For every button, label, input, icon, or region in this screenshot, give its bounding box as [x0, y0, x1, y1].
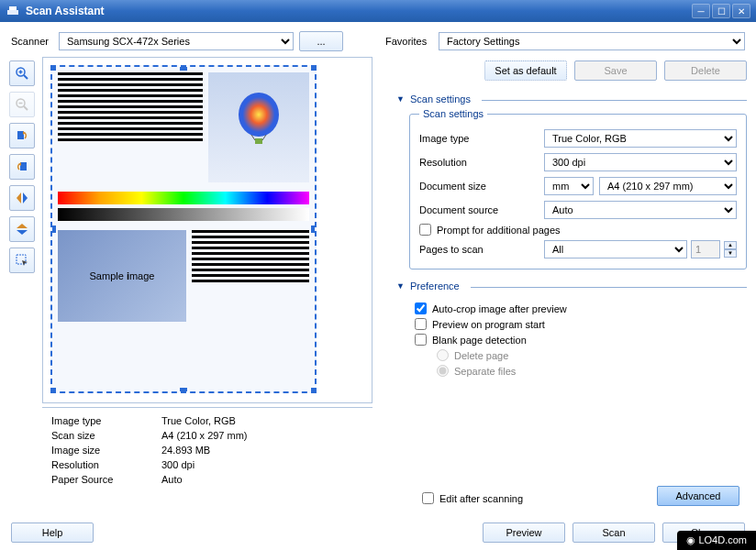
crop-handle[interactable]: [50, 226, 56, 233]
svg-point-20: [239, 93, 279, 137]
rotate-left-button[interactable]: [9, 123, 35, 148]
delete-page-label: Delete page: [454, 350, 508, 361]
tool-palette: [9, 57, 42, 508]
zoom-out-button[interactable]: [9, 92, 35, 117]
document-source-label: Document source: [419, 204, 539, 215]
svg-rect-1: [7, 10, 18, 15]
svg-rect-21: [255, 138, 262, 144]
scanner-select[interactable]: Samsung SCX-472x Series: [59, 32, 294, 50]
preview-button[interactable]: Preview: [483, 522, 565, 543]
scan-button[interactable]: Scan: [573, 522, 655, 543]
scan-settings-header: Scan settings: [410, 94, 471, 104]
crop-handle[interactable]: [311, 388, 317, 393]
selection-tool-button[interactable]: [9, 248, 35, 273]
info-resolution-value: 300 dpi: [161, 459, 363, 470]
document-source-select[interactable]: Auto: [544, 201, 737, 219]
svg-line-4: [24, 75, 28, 79]
prompt-additional-checkbox[interactable]: [419, 224, 431, 236]
delete-page-radio: [437, 349, 449, 361]
crop-handle[interactable]: [50, 65, 56, 71]
info-paper-source-label: Paper Source: [51, 474, 161, 485]
svg-marker-17: [17, 230, 28, 235]
preview-area[interactable]: Sample image: [42, 57, 372, 403]
crop-handle[interactable]: [311, 226, 317, 233]
crop-handle[interactable]: [50, 388, 56, 393]
image-type-label: Image type: [419, 133, 539, 144]
svg-rect-12: [20, 162, 27, 170]
pages-to-scan-label: Pages to scan: [419, 244, 539, 255]
edit-after-scanning-label: Edit after scanning: [439, 493, 523, 504]
crop-handle[interactable]: [180, 388, 187, 393]
autocrop-label: Auto-crop image after preview: [432, 303, 567, 314]
browse-scanner-button[interactable]: ...: [299, 31, 343, 51]
crop-handle[interactable]: [311, 65, 317, 71]
svg-marker-16: [17, 224, 28, 228]
preview-spectrum-bar: [58, 192, 309, 204]
mirror-vertical-button[interactable]: [9, 216, 35, 242]
separate-files-label: Separate files: [454, 366, 516, 377]
document-size-label: Document size: [419, 181, 539, 192]
preference-header: Preference: [410, 280, 460, 292]
preference-toggle[interactable]: ▼ Preference: [396, 277, 747, 295]
window-maximize-button[interactable]: ☐: [712, 4, 730, 18]
collapse-icon: ▼: [396, 281, 405, 291]
info-scan-size-value: A4 (210 x 297 mm): [161, 430, 363, 441]
preview-text-lines: [58, 72, 203, 182]
zoom-in-button[interactable]: [9, 60, 35, 86]
resolution-select[interactable]: 300 dpi: [544, 153, 737, 171]
site-badge: ◉ LO4D.com: [677, 531, 756, 550]
document-size-select[interactable]: A4 (210 x 297 mm): [599, 177, 737, 195]
pages-count-input: [691, 240, 720, 258]
advanced-button[interactable]: Advanced: [657, 486, 739, 506]
window-minimize-button[interactable]: ─: [692, 4, 710, 18]
info-resolution-label: Resolution: [51, 459, 161, 470]
delete-favorite-button[interactable]: Delete: [664, 60, 747, 81]
info-image-size-label: Image size: [51, 445, 161, 456]
preview-on-start-checkbox[interactable]: [415, 318, 427, 330]
blank-detection-label: Blank page detection: [432, 335, 527, 346]
scan-settings-toggle[interactable]: ▼ Scan settings: [396, 90, 747, 108]
window-close-button[interactable]: ✕: [732, 4, 750, 18]
pages-spin-down[interactable]: ▼: [724, 249, 737, 258]
collapse-icon: ▼: [396, 94, 405, 104]
help-button[interactable]: Help: [11, 522, 94, 543]
autocrop-checkbox[interactable]: [415, 302, 427, 314]
scan-settings-legend: Scan settings: [419, 108, 487, 119]
window-title: Scan Assistant: [26, 5, 692, 17]
svg-line-8: [24, 106, 28, 110]
resolution-label: Resolution: [419, 157, 539, 168]
svg-marker-14: [17, 192, 21, 204]
mirror-horizontal-button[interactable]: [9, 185, 35, 211]
blank-detection-checkbox[interactable]: [415, 334, 427, 346]
crop-handle[interactable]: [180, 65, 187, 71]
app-icon: [6, 4, 20, 18]
save-favorite-button[interactable]: Save: [574, 60, 657, 81]
svg-marker-19: [22, 260, 28, 266]
set-default-button[interactable]: Set as default: [484, 60, 567, 81]
svg-rect-2: [9, 6, 17, 10]
preview-sample-image: Sample image: [58, 230, 186, 322]
favorites-select[interactable]: Factory Settings: [439, 32, 745, 50]
scan-info-panel: Image typeTrue Color, RGB Scan sizeA4 (2…: [42, 407, 372, 492]
favorites-label: Favorites: [385, 36, 433, 47]
preview-balloon-image: [208, 72, 309, 182]
prompt-additional-label: Prompt for additional pages: [437, 225, 561, 236]
rotate-right-button[interactable]: [9, 154, 35, 180]
pages-spin-up[interactable]: ▲: [724, 241, 737, 249]
info-image-type-label: Image type: [51, 415, 161, 426]
crop-selection[interactable]: Sample image: [50, 65, 317, 393]
svg-marker-15: [23, 192, 28, 204]
image-type-select[interactable]: True Color, RGB: [544, 129, 737, 148]
preview-text-lines-2: [192, 230, 309, 322]
document-size-unit-select[interactable]: mm: [544, 177, 594, 195]
info-scan-size-label: Scan size: [51, 430, 161, 441]
edit-after-scanning-checkbox[interactable]: [422, 492, 434, 504]
preview-grayscale-bar: [58, 208, 309, 221]
info-image-type-value: True Color, RGB: [161, 415, 363, 426]
pages-to-scan-select[interactable]: All: [544, 240, 687, 258]
svg-rect-10: [17, 131, 24, 139]
preview-on-start-label: Preview on program start: [432, 319, 545, 330]
separate-files-radio: [437, 365, 449, 377]
scanner-label: Scanner: [11, 36, 53, 47]
window-titlebar: Scan Assistant ─ ☐ ✕: [0, 0, 756, 22]
